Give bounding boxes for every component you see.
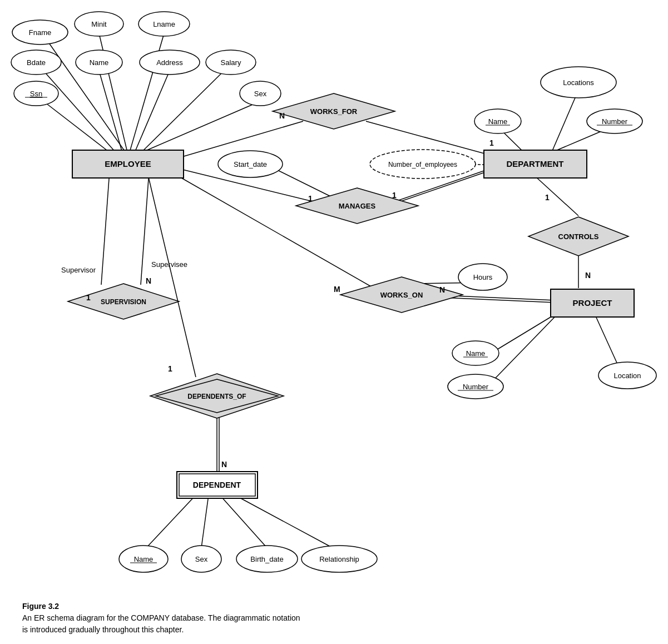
- svg-line-20: [141, 171, 149, 285]
- svg-line-3: [43, 71, 120, 157]
- sex-emp-attr: Sex: [254, 90, 267, 98]
- proj-name-attr: Name: [466, 349, 486, 358]
- svg-line-24: [551, 90, 578, 155]
- figure-caption: Figure 3.2 An ER schema diagram for the …: [11, 595, 668, 644]
- controls-label: CONTROLS: [558, 232, 599, 241]
- department-label: DEPARTMENT: [506, 159, 563, 169]
- locations-attr: Locations: [563, 78, 594, 87]
- one-label-dependents-emp: 1: [168, 364, 172, 373]
- one-label-manages-emp: 1: [308, 194, 313, 203]
- svg-line-35: [220, 495, 267, 548]
- name-emp-attr: Name: [90, 58, 109, 67]
- one-label-works-for-dept: 1: [489, 138, 494, 147]
- address-attr: Address: [156, 58, 183, 67]
- hours-attr: Hours: [473, 273, 493, 281]
- caption-line2: is introduced gradually throughout this …: [22, 625, 184, 634]
- n-label-dependents-dep: N: [221, 460, 227, 469]
- location-attr: Location: [613, 371, 641, 380]
- proj-number-attr: Number: [463, 383, 489, 391]
- caption-line1: An ER schema diagram for the COMPANY dat…: [22, 613, 300, 622]
- dependents-of-label: DEPENDENTS_OF: [187, 393, 246, 400]
- n-label-works-for-emp: N: [279, 111, 285, 120]
- one-label-manages-dept: 1: [392, 191, 397, 200]
- svg-line-17: [534, 175, 578, 216]
- num-employees-attr: Number_of_employees: [388, 161, 457, 169]
- svg-line-14: [167, 170, 374, 288]
- svg-line-33: [146, 493, 197, 548]
- dept-name-attr: Name: [488, 117, 508, 126]
- bdate-attr: Bdate: [27, 58, 46, 67]
- n-label-controls-proj: N: [585, 271, 591, 280]
- svg-line-34: [201, 495, 209, 548]
- dep-sex-attr: Sex: [195, 555, 208, 563]
- fname-attr: Fname: [29, 28, 51, 37]
- relationship-attr: Relationship: [319, 555, 359, 563]
- employee-label: EMPLOYEE: [105, 159, 151, 169]
- m-label-works-on-emp: M: [334, 285, 340, 294]
- birth-date-attr: Birth_date: [250, 555, 283, 563]
- svg-line-19: [101, 171, 110, 285]
- dependent-label: DEPENDENT: [193, 480, 241, 489]
- n-label-works-on-proj: N: [439, 285, 445, 294]
- works-for-label: WORKS_FOR: [310, 107, 358, 116]
- salary-attr: Salary: [221, 58, 241, 67]
- ssn-attr: Ssn: [30, 90, 42, 98]
- minit-attr: Minit: [91, 20, 107, 28]
- figure-number: Figure 3.2: [22, 602, 59, 611]
- one-label-controls-dept: 1: [545, 193, 550, 202]
- project-label: PROJECT: [573, 298, 612, 308]
- svg-line-8: [138, 101, 260, 154]
- start-date-attr: Start_date: [234, 160, 267, 169]
- svg-line-21: [147, 172, 196, 377]
- svg-line-7: [43, 101, 117, 158]
- n-label-supervision-supervisee: N: [146, 276, 151, 285]
- dep-name-attr: Name: [134, 555, 154, 563]
- one-label-supervision-supervisor: 1: [86, 293, 91, 302]
- er-diagram: WORKS_FOR MANAGES WORKS_ON CONTROLS SUPE…: [0, 0, 668, 601]
- works-on-label: WORKS_ON: [380, 291, 423, 299]
- dept-number-attr: Number: [602, 117, 628, 126]
- supervisor-text: Supervisor: [61, 266, 96, 274]
- svg-line-36: [232, 494, 333, 548]
- supervision-label: SUPERVISION: [101, 298, 146, 306]
- manages-label: MANAGES: [339, 202, 376, 210]
- lname-attr: Lname: [153, 20, 175, 28]
- supervisee-text: Supervisee: [151, 260, 187, 269]
